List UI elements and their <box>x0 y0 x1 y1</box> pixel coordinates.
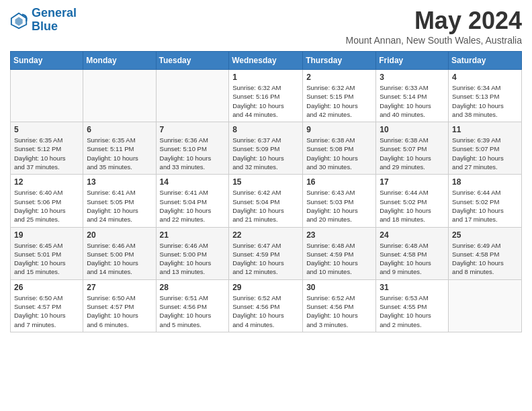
calendar-cell: 6Sunrise: 6:35 AM Sunset: 5:11 PM Daylig… <box>83 122 156 175</box>
day-number: 16 <box>306 177 372 187</box>
day-info: Sunrise: 6:42 AM Sunset: 5:04 PM Dayligh… <box>232 188 299 224</box>
day-info: Sunrise: 6:46 AM Sunset: 5:00 PM Dayligh… <box>87 241 152 277</box>
weekday-header-thursday: Thursday <box>303 52 376 70</box>
calendar-cell: 27Sunrise: 6:50 AM Sunset: 4:57 PM Dayli… <box>83 279 156 332</box>
day-info: Sunrise: 6:38 AM Sunset: 5:07 PM Dayligh… <box>380 136 445 171</box>
calendar-cell: 30Sunrise: 6:52 AM Sunset: 4:56 PM Dayli… <box>303 279 376 332</box>
calendar-cell: 28Sunrise: 6:51 AM Sunset: 4:56 PM Dayli… <box>156 279 229 332</box>
day-number: 20 <box>87 230 152 240</box>
day-info: Sunrise: 6:44 AM Sunset: 5:02 PM Dayligh… <box>452 188 518 224</box>
calendar-cell: 23Sunrise: 6:48 AM Sunset: 4:59 PM Dayli… <box>303 227 376 279</box>
calendar-cell: 4Sunrise: 6:34 AM Sunset: 5:13 PM Daylig… <box>449 70 522 122</box>
day-info: Sunrise: 6:39 AM Sunset: 5:07 PM Dayligh… <box>452 136 518 171</box>
day-number: 12 <box>14 177 79 187</box>
calendar-cell: 7Sunrise: 6:36 AM Sunset: 5:10 PM Daylig… <box>156 122 229 175</box>
weekday-header-sunday: Sunday <box>11 52 83 70</box>
title-block: May 2024 Mount Annan, New South Wales, A… <box>345 7 522 46</box>
day-info: Sunrise: 6:32 AM Sunset: 5:15 PM Dayligh… <box>306 83 372 119</box>
day-info: Sunrise: 6:33 AM Sunset: 5:14 PM Dayligh… <box>380 83 445 119</box>
day-info: Sunrise: 6:48 AM Sunset: 4:58 PM Dayligh… <box>380 241 445 277</box>
weekday-header-monday: Monday <box>83 52 156 70</box>
day-info: Sunrise: 6:46 AM Sunset: 5:00 PM Dayligh… <box>160 241 226 277</box>
day-info: Sunrise: 6:52 AM Sunset: 4:56 PM Dayligh… <box>306 293 372 329</box>
calendar-cell: 2Sunrise: 6:32 AM Sunset: 5:15 PM Daylig… <box>303 70 376 122</box>
day-number: 18 <box>452 177 518 187</box>
day-info: Sunrise: 6:52 AM Sunset: 4:56 PM Dayligh… <box>232 293 299 329</box>
day-number: 8 <box>232 125 299 134</box>
day-info: Sunrise: 6:34 AM Sunset: 5:13 PM Dayligh… <box>452 83 518 119</box>
calendar-cell <box>11 70 83 122</box>
week-row-2: 5Sunrise: 6:35 AM Sunset: 5:12 PM Daylig… <box>11 122 522 175</box>
weekday-header-saturday: Saturday <box>449 52 522 70</box>
calendar-cell: 3Sunrise: 6:33 AM Sunset: 5:14 PM Daylig… <box>376 70 449 122</box>
calendar-cell: 29Sunrise: 6:52 AM Sunset: 4:56 PM Dayli… <box>229 279 303 332</box>
day-number: 10 <box>380 125 445 134</box>
day-info: Sunrise: 6:35 AM Sunset: 5:12 PM Dayligh… <box>14 136 79 171</box>
day-number: 21 <box>160 230 226 240</box>
weekday-header-wednesday: Wednesday <box>229 52 303 70</box>
calendar-cell: 26Sunrise: 6:50 AM Sunset: 4:57 PM Dayli… <box>11 279 83 332</box>
location-title: Mount Annan, New South Wales, Australia <box>345 35 522 46</box>
day-info: Sunrise: 6:41 AM Sunset: 5:04 PM Dayligh… <box>160 188 226 224</box>
day-number: 9 <box>306 125 372 134</box>
weekday-header-friday: Friday <box>376 52 449 70</box>
day-number: 1 <box>232 73 299 82</box>
day-number: 29 <box>232 283 299 292</box>
day-number: 14 <box>160 177 226 187</box>
day-info: Sunrise: 6:41 AM Sunset: 5:05 PM Dayligh… <box>87 188 152 224</box>
calendar-cell: 21Sunrise: 6:46 AM Sunset: 5:00 PM Dayli… <box>156 227 229 279</box>
day-number: 30 <box>306 283 372 292</box>
calendar-cell: 17Sunrise: 6:44 AM Sunset: 5:02 PM Dayli… <box>376 175 449 227</box>
calendar-cell: 19Sunrise: 6:45 AM Sunset: 5:01 PM Dayli… <box>11 227 83 279</box>
day-number: 24 <box>380 230 445 240</box>
logo-icon <box>10 11 29 30</box>
calendar-cell: 9Sunrise: 6:38 AM Sunset: 5:08 PM Daylig… <box>303 122 376 175</box>
day-number: 15 <box>232 177 299 187</box>
calendar-cell: 8Sunrise: 6:37 AM Sunset: 5:09 PM Daylig… <box>229 122 303 175</box>
day-info: Sunrise: 6:37 AM Sunset: 5:09 PM Dayligh… <box>232 136 299 171</box>
day-info: Sunrise: 6:38 AM Sunset: 5:08 PM Dayligh… <box>306 136 372 171</box>
month-title: May 2024 <box>345 7 522 35</box>
day-info: Sunrise: 6:43 AM Sunset: 5:03 PM Dayligh… <box>306 188 372 224</box>
calendar-cell <box>156 70 229 122</box>
day-info: Sunrise: 6:44 AM Sunset: 5:02 PM Dayligh… <box>380 188 445 224</box>
day-number: 17 <box>380 177 445 187</box>
header-row: SundayMondayTuesdayWednesdayThursdayFrid… <box>11 52 522 70</box>
day-number: 25 <box>452 230 518 240</box>
day-number: 28 <box>160 283 226 292</box>
calendar-cell: 11Sunrise: 6:39 AM Sunset: 5:07 PM Dayli… <box>449 122 522 175</box>
calendar-table: SundayMondayTuesdayWednesdayThursdayFrid… <box>10 51 522 332</box>
day-number: 6 <box>87 125 152 134</box>
day-info: Sunrise: 6:48 AM Sunset: 4:59 PM Dayligh… <box>306 241 372 277</box>
logo-line1: General <box>32 6 77 19</box>
day-info: Sunrise: 6:53 AM Sunset: 4:55 PM Dayligh… <box>380 293 445 329</box>
week-row-4: 19Sunrise: 6:45 AM Sunset: 5:01 PM Dayli… <box>11 227 522 279</box>
day-info: Sunrise: 6:51 AM Sunset: 4:56 PM Dayligh… <box>160 293 226 329</box>
calendar-cell: 13Sunrise: 6:41 AM Sunset: 5:05 PM Dayli… <box>83 175 156 227</box>
day-info: Sunrise: 6:40 AM Sunset: 5:06 PM Dayligh… <box>14 188 79 224</box>
calendar-cell: 16Sunrise: 6:43 AM Sunset: 5:03 PM Dayli… <box>303 175 376 227</box>
calendar-cell: 1Sunrise: 6:32 AM Sunset: 5:16 PM Daylig… <box>229 70 303 122</box>
logo-line2: Blue <box>32 19 58 33</box>
calendar-cell: 25Sunrise: 6:49 AM Sunset: 4:58 PM Dayli… <box>449 227 522 279</box>
week-row-5: 26Sunrise: 6:50 AM Sunset: 4:57 PM Dayli… <box>11 279 522 332</box>
day-number: 11 <box>452 125 518 134</box>
calendar-cell: 14Sunrise: 6:41 AM Sunset: 5:04 PM Dayli… <box>156 175 229 227</box>
calendar-cell: 24Sunrise: 6:48 AM Sunset: 4:58 PM Dayli… <box>376 227 449 279</box>
calendar-cell: 15Sunrise: 6:42 AM Sunset: 5:04 PM Dayli… <box>229 175 303 227</box>
day-number: 4 <box>452 73 518 82</box>
day-info: Sunrise: 6:49 AM Sunset: 4:58 PM Dayligh… <box>452 241 518 277</box>
day-number: 5 <box>14 125 79 134</box>
week-row-3: 12Sunrise: 6:40 AM Sunset: 5:06 PM Dayli… <box>11 175 522 227</box>
calendar-cell: 31Sunrise: 6:53 AM Sunset: 4:55 PM Dayli… <box>376 279 449 332</box>
weekday-header-tuesday: Tuesday <box>156 52 229 70</box>
day-info: Sunrise: 6:47 AM Sunset: 4:59 PM Dayligh… <box>232 241 299 277</box>
calendar-cell: 12Sunrise: 6:40 AM Sunset: 5:06 PM Dayli… <box>11 175 83 227</box>
calendar-cell <box>449 279 522 332</box>
day-number: 31 <box>380 283 445 292</box>
day-number: 26 <box>14 283 79 292</box>
calendar-cell: 22Sunrise: 6:47 AM Sunset: 4:59 PM Dayli… <box>229 227 303 279</box>
week-row-1: 1Sunrise: 6:32 AM Sunset: 5:16 PM Daylig… <box>11 70 522 122</box>
day-number: 22 <box>232 230 299 240</box>
page-header: General Blue May 2024 Mount Annan, New S… <box>10 7 522 46</box>
